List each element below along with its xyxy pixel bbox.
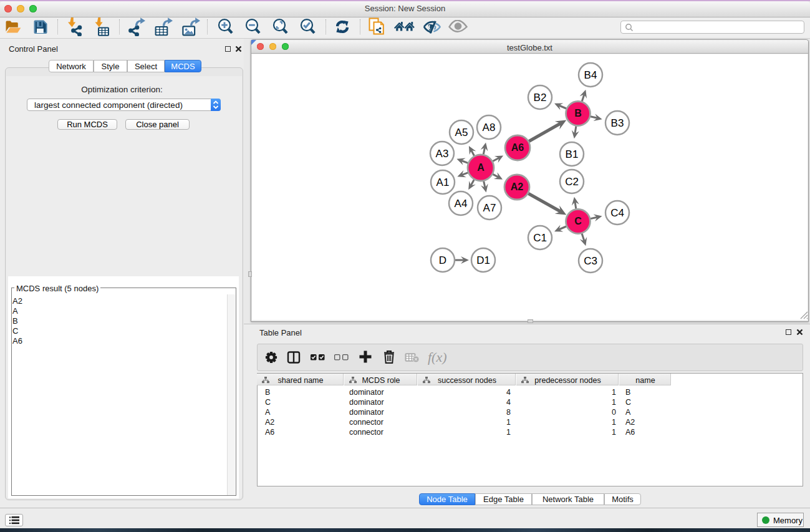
svg-text:B4: B4 [584,69,597,81]
svg-text:A4: A4 [455,198,468,210]
svg-text:D1: D1 [476,254,490,266]
svg-text:B2: B2 [534,92,547,104]
svg-text:C1: C1 [533,232,547,244]
svg-text:A2: A2 [511,181,524,192]
svg-text:B3: B3 [611,117,624,129]
svg-text:A8: A8 [483,122,496,133]
svg-text:A6: A6 [511,142,524,153]
svg-text:A5: A5 [455,127,468,138]
svg-text:D: D [439,254,446,266]
svg-text:A1: A1 [436,177,450,188]
svg-text:C4: C4 [610,207,624,219]
svg-text:A: A [477,162,485,173]
svg-text:A7: A7 [483,202,496,214]
svg-text:A3: A3 [436,148,449,160]
svg-text:B1: B1 [566,148,579,160]
svg-text:C3: C3 [584,255,597,267]
svg-text:C2: C2 [565,176,579,188]
svg-text:B: B [574,108,582,118]
svg-text:C: C [574,216,582,226]
